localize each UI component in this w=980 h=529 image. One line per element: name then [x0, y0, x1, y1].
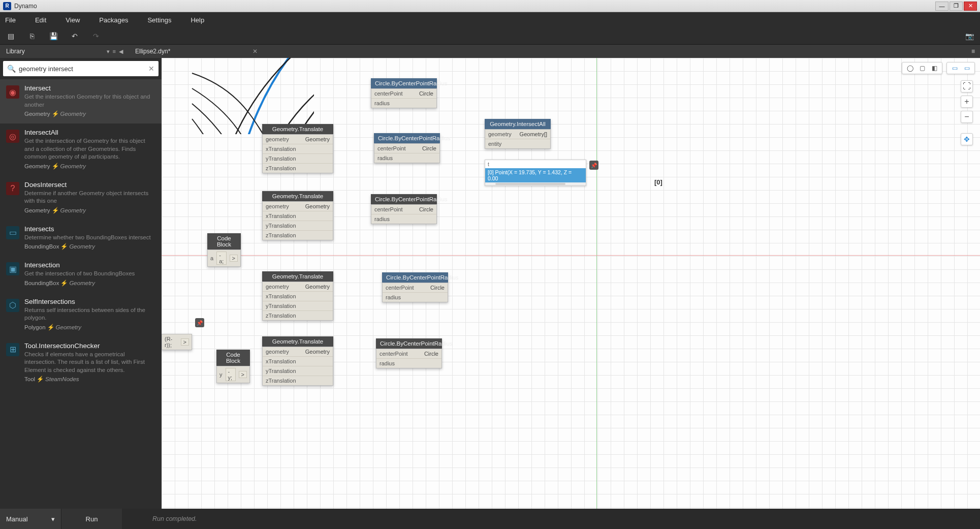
input-port[interactable]: geometry: [266, 203, 289, 209]
pin-icon[interactable]: 📌: [195, 318, 204, 327]
zoom-out-icon[interactable]: −: [961, 111, 973, 123]
geom-cube-icon[interactable]: ▢: [918, 64, 927, 72]
output-port[interactable]: Circle: [419, 206, 433, 212]
input-port[interactable]: geometry: [488, 131, 512, 137]
geom-cylinder-icon[interactable]: ◯: [905, 64, 914, 72]
input-port[interactable]: geometry: [266, 284, 289, 290]
screenshot-icon[interactable]: 📷: [964, 30, 975, 42]
sort-icon[interactable]: ≡: [113, 48, 116, 55]
workspace-tab[interactable]: Ellipse2.dyn* ✕: [129, 48, 176, 55]
result-selfintersections[interactable]: ⬡ SelfIntersections Returns self interse…: [0, 293, 162, 337]
input-port[interactable]: xTranslation: [266, 293, 296, 299]
node-translate-2[interactable]: Geometry.Translate geometryGeometry xTra…: [262, 191, 333, 240]
node-codeblock-partial[interactable]: (R-r)); >: [162, 334, 192, 350]
output-port[interactable]: >: [181, 338, 189, 346]
search-box[interactable]: 🔍 ✕: [3, 61, 159, 76]
input-port[interactable]: entity: [488, 141, 501, 147]
output-port[interactable]: Circle: [430, 285, 445, 291]
tab-close-icon[interactable]: ✕: [252, 48, 258, 55]
geom-solid-icon[interactable]: ◧: [930, 64, 939, 72]
3d-view-icon[interactable]: ▭: [962, 64, 971, 72]
undo-icon[interactable]: ↶: [69, 30, 80, 42]
canvas-menu-icon[interactable]: ≡: [966, 48, 980, 55]
input-port[interactable]: xTranslation: [266, 146, 296, 152]
menu-packages[interactable]: Packages: [99, 16, 128, 24]
input-port[interactable]: geometry: [266, 136, 289, 142]
result-intersection[interactable]: ▣ Intersection Get the intersection of t…: [0, 256, 162, 293]
input-port[interactable]: xTranslation: [266, 358, 296, 364]
input-port[interactable]: zTranslation: [266, 378, 296, 384]
pan-icon[interactable]: ✥: [961, 133, 973, 145]
node-circle-2[interactable]: Circle.ByCenterPointRadius centerPointCi…: [374, 133, 440, 163]
output-port[interactable]: Circle: [422, 145, 436, 151]
input-port[interactable]: zTranslation: [266, 232, 296, 238]
pin-icon[interactable]: 📌: [589, 161, 598, 170]
window-close-button[interactable]: ✕: [964, 2, 977, 11]
input-port[interactable]: yTranslation: [266, 303, 296, 309]
node-canvas[interactable]: (R-r)); > Circle.ByCenterPointRadius cen…: [162, 58, 980, 509]
save-file-icon[interactable]: 💾: [48, 30, 59, 42]
node-intersectall[interactable]: Geometry.IntersectAll geometryGeometry[]…: [485, 119, 551, 149]
node-circle-4[interactable]: Circle.ByCenterPointRadius centerPointCi…: [382, 272, 448, 302]
fit-view-icon[interactable]: ⛶: [961, 80, 973, 92]
menu-settings[interactable]: Settings: [147, 16, 171, 24]
node-circle-1[interactable]: Circle.ByCenterPointRadius centerPointCi…: [371, 78, 437, 108]
node-circle-5[interactable]: Circle.ByCenterPointRadius centerPointCi…: [376, 338, 442, 368]
codeblock-input[interactable]: y: [219, 371, 223, 378]
redo-icon[interactable]: ↷: [90, 30, 102, 42]
result-doesintersect[interactable]: ? DoesIntersect Determine if another Geo…: [0, 176, 162, 220]
run-button[interactable]: Run: [61, 509, 122, 529]
output-port[interactable]: >: [230, 255, 238, 262]
search-input[interactable]: [19, 65, 148, 73]
input-port[interactable]: centerPoint: [380, 351, 408, 357]
input-port[interactable]: geometry: [266, 349, 289, 355]
node-translate-1[interactable]: Geometry.Translate geometryGeometry xTra…: [262, 124, 333, 173]
codeblock-input[interactable]: a: [210, 255, 213, 261]
input-port[interactable]: centerPoint: [386, 285, 414, 291]
input-port[interactable]: radius: [374, 100, 390, 106]
window-minimize-button[interactable]: —: [935, 2, 949, 11]
input-port[interactable]: radius: [380, 360, 395, 366]
node-codeblock-1[interactable]: Code Block a -a; >: [207, 233, 241, 267]
graph-view-icon[interactable]: ▭: [950, 64, 959, 72]
search-clear-icon[interactable]: ✕: [148, 65, 154, 73]
node-codeblock-2[interactable]: Code Block y -y; >: [216, 350, 250, 383]
input-port[interactable]: radius: [374, 216, 390, 222]
output-port[interactable]: Circle: [419, 90, 433, 97]
menu-help[interactable]: Help: [191, 16, 204, 24]
window-maximize-button[interactable]: ❐: [950, 2, 963, 11]
new-file-icon[interactable]: ▤: [5, 30, 16, 42]
menu-file[interactable]: File: [5, 16, 16, 24]
result-intersect[interactable]: ◉ Intersect Get the intersection Geometr…: [0, 79, 162, 123]
result-intersects[interactable]: ▭ Intersects Determine whether two Bound…: [0, 220, 162, 257]
output-port[interactable]: >: [239, 371, 247, 378]
output-port[interactable]: Geometry: [305, 203, 330, 209]
collapse-icon[interactable]: ◀: [119, 48, 123, 55]
zoom-in-icon[interactable]: +: [961, 96, 973, 108]
menu-view[interactable]: View: [66, 16, 80, 24]
input-port[interactable]: zTranslation: [266, 313, 296, 319]
input-port[interactable]: yTranslation: [266, 368, 296, 374]
menu-edit[interactable]: Edit: [35, 16, 46, 24]
run-mode-dropdown[interactable]: Manual ▾: [0, 509, 61, 529]
input-port[interactable]: centerPoint: [377, 145, 406, 151]
input-port[interactable]: zTranslation: [266, 165, 296, 171]
node-translate-4[interactable]: Geometry.Translate geometryGeometry xTra…: [262, 336, 333, 386]
node-translate-3[interactable]: Geometry.Translate geometryGeometry xTra…: [262, 271, 333, 321]
input-port[interactable]: radius: [377, 155, 393, 161]
input-port[interactable]: yTranslation: [266, 223, 296, 229]
open-file-icon[interactable]: ⎘: [26, 30, 38, 42]
output-port[interactable]: Geometry[]: [520, 131, 547, 137]
result-intersectall[interactable]: ◎ IntersectAll Get the intersection of G…: [0, 123, 162, 176]
input-port[interactable]: radius: [386, 294, 401, 300]
input-port[interactable]: centerPoint: [374, 90, 403, 97]
input-port[interactable]: yTranslation: [266, 155, 296, 162]
output-port[interactable]: Geometry: [305, 136, 330, 142]
result-intersectionchecker[interactable]: ⊞ Tool.IntersectionChecker Checks if ele…: [0, 337, 162, 389]
filter-icon[interactable]: ▾: [107, 48, 110, 55]
output-port[interactable]: Geometry: [305, 349, 330, 355]
input-port[interactable]: xTranslation: [266, 213, 296, 219]
output-port[interactable]: Geometry: [305, 284, 330, 290]
output-port[interactable]: Circle: [424, 351, 438, 357]
input-port[interactable]: centerPoint: [374, 206, 403, 212]
